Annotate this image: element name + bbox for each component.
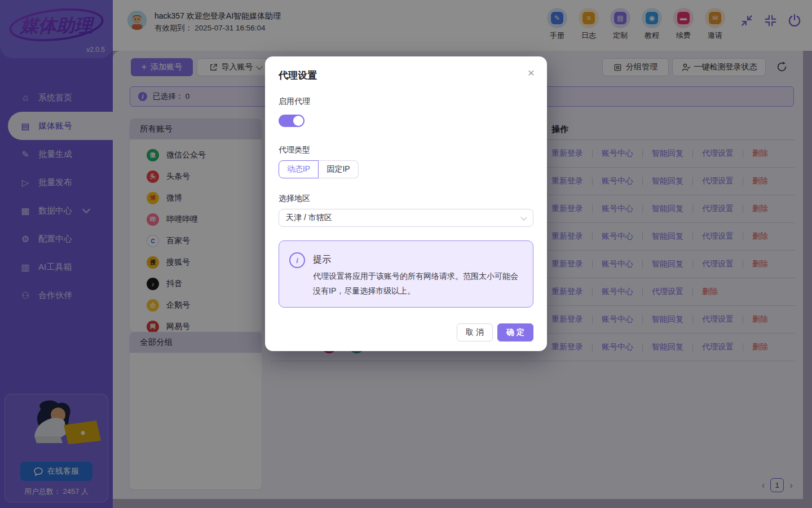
proxy-type-option-动态IP[interactable]: 动态IP xyxy=(279,160,319,178)
proxy-type-segment: 动态IP固定IP xyxy=(279,160,359,178)
cancel-button[interactable]: 取 消 xyxy=(457,323,493,341)
region-select[interactable]: 天津 / 市辖区 xyxy=(279,209,533,227)
toggle-knob xyxy=(293,116,303,126)
app-window: 媒体助理 v2.0.5 ⌂系统首页▤媒体账号✎批量生成▷批量发布▦数据中心⚙配置… xyxy=(0,0,812,508)
confirm-button[interactable]: 确 定 xyxy=(497,323,533,341)
proxy-type-label: 代理类型 xyxy=(279,145,310,155)
tip-title: 提示 xyxy=(313,254,331,266)
proxy-settings-modal: 代理设置 × 启用代理 代理类型 动态IP固定IP 选择地区 天津 / 市辖区 … xyxy=(265,56,547,351)
region-select-value: 天津 / 市辖区 xyxy=(286,213,522,223)
tip-box: i 提示 代理设置将应用于该账号的所有网络请求。范围太小可能会没有IP，尽量选择… xyxy=(279,240,533,308)
tip-info-icon: i xyxy=(289,252,305,268)
modal-title: 代理设置 xyxy=(279,69,317,82)
enable-proxy-toggle[interactable] xyxy=(279,115,304,127)
tip-body: 代理设置将应用于该账号的所有网络请求。范围太小可能会没有IP，尽量选择市级以上。 xyxy=(313,269,525,298)
chevron-down-icon xyxy=(520,214,527,220)
close-icon[interactable]: × xyxy=(526,64,537,81)
enable-proxy-label: 启用代理 xyxy=(279,97,310,107)
proxy-type-option-固定IP[interactable]: 固定IP xyxy=(319,160,359,178)
region-label: 选择地区 xyxy=(279,194,310,204)
